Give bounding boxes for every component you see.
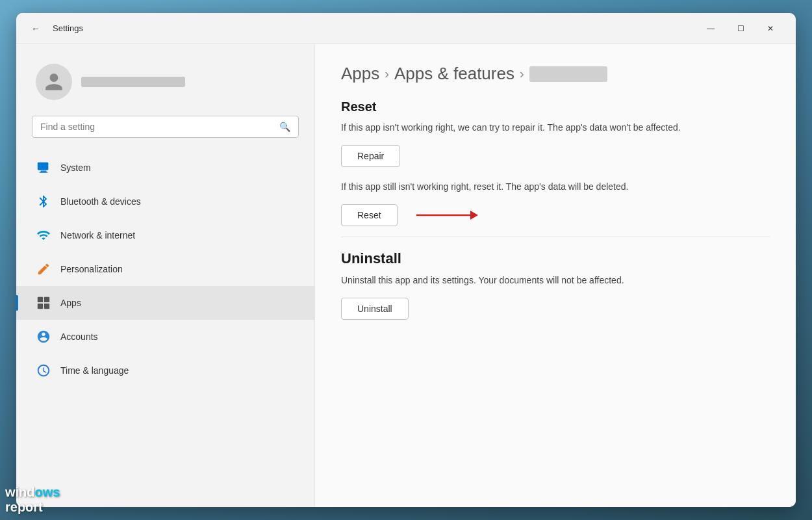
sidebar-item-network[interactable]: Network & internet <box>16 218 314 252</box>
back-button[interactable]: ← <box>27 20 45 38</box>
breadcrumb-sep-2: › <box>520 66 524 81</box>
user-section <box>16 57 314 116</box>
close-button[interactable]: ✕ <box>755 18 785 39</box>
uninstall-button[interactable]: Uninstall <box>341 298 409 320</box>
reset-button[interactable]: Reset <box>341 204 398 226</box>
apps-icon <box>36 295 51 311</box>
uninstall-title: Uninstall <box>341 250 770 267</box>
settings-window: ← Settings — ☐ ✕ 🔍 <box>16 13 796 507</box>
minimize-button[interactable]: — <box>696 18 726 39</box>
search-input[interactable] <box>40 122 274 132</box>
watermark: windowsreport <box>5 485 60 515</box>
sidebar: 🔍 System Bluetooth & devices <box>16 44 315 507</box>
sidebar-item-system-label: System <box>60 162 91 173</box>
sidebar-item-accounts-label: Accounts <box>60 332 98 342</box>
reset-section: Reset If this app isn't working right, w… <box>341 99 770 226</box>
nav-list: System Bluetooth & devices Network & int… <box>16 151 314 387</box>
sidebar-item-time[interactable]: Time & language <box>16 354 314 387</box>
reset-title: Reset <box>341 99 770 114</box>
svg-rect-6 <box>44 304 49 309</box>
svg-rect-5 <box>38 304 43 309</box>
system-icon <box>36 160 51 176</box>
breadcrumb-apps: Apps <box>341 64 379 84</box>
bluetooth-icon <box>36 194 51 209</box>
arrow-icon <box>413 207 478 223</box>
content-area: 🔍 System Bluetooth & devices <box>16 44 796 507</box>
uninstall-description: Uninstall this app and its settings. You… <box>341 274 770 287</box>
watermark-highlight: ows <box>35 485 60 499</box>
sidebar-item-bluetooth-label: Bluetooth & devices <box>60 196 141 207</box>
title-bar-left: ← Settings <box>27 20 696 38</box>
svg-rect-3 <box>38 297 43 302</box>
svg-marker-8 <box>470 211 478 220</box>
sidebar-item-personalization[interactable]: Personalization <box>16 252 314 286</box>
svg-rect-2 <box>40 172 48 172</box>
user-name <box>81 77 185 87</box>
sidebar-item-network-label: Network & internet <box>60 230 135 240</box>
svg-rect-4 <box>44 297 49 302</box>
reset-row: Reset <box>341 204 770 226</box>
breadcrumb-apps-features: Apps & features <box>394 64 514 84</box>
sidebar-item-personalization-label: Personalization <box>60 264 123 274</box>
svg-rect-1 <box>40 171 46 172</box>
svg-rect-0 <box>38 162 49 170</box>
personalization-icon <box>36 261 51 277</box>
avatar <box>36 64 72 100</box>
title-bar: ← Settings — ☐ ✕ <box>16 13 796 44</box>
reset-arrow-indicator <box>413 207 478 223</box>
sidebar-item-accounts[interactable]: Accounts <box>16 320 314 354</box>
search-icon: 🔍 <box>279 122 290 132</box>
sidebar-item-apps[interactable]: Apps <box>16 286 314 320</box>
uninstall-section: Uninstall Uninstall this app and its set… <box>341 250 770 333</box>
user-icon <box>44 72 64 92</box>
breadcrumb-sep-1: › <box>385 66 389 81</box>
sidebar-item-time-label: Time & language <box>60 365 129 376</box>
main-panel: Apps › Apps & features › Reset If this a… <box>315 44 796 507</box>
breadcrumb-app-name <box>529 66 607 82</box>
window-title: Settings <box>53 23 83 33</box>
accounts-icon <box>36 329 51 344</box>
repair-button[interactable]: Repair <box>341 145 400 167</box>
search-box[interactable]: 🔍 <box>32 116 299 138</box>
breadcrumb: Apps › Apps & features › <box>341 64 770 84</box>
sidebar-item-system[interactable]: System <box>16 151 314 185</box>
maximize-button[interactable]: ☐ <box>726 18 755 39</box>
network-icon <box>36 228 51 243</box>
sidebar-item-apps-label: Apps <box>60 298 81 308</box>
window-controls: — ☐ ✕ <box>696 18 785 39</box>
reset-description-2: If this app still isn't working right, r… <box>341 180 770 194</box>
section-divider <box>341 237 770 237</box>
time-icon <box>36 363 51 378</box>
sidebar-item-bluetooth[interactable]: Bluetooth & devices <box>16 185 314 218</box>
watermark-text: windowsreport <box>5 485 60 515</box>
reset-description-1: If this app isn't working right, we can … <box>341 121 770 135</box>
